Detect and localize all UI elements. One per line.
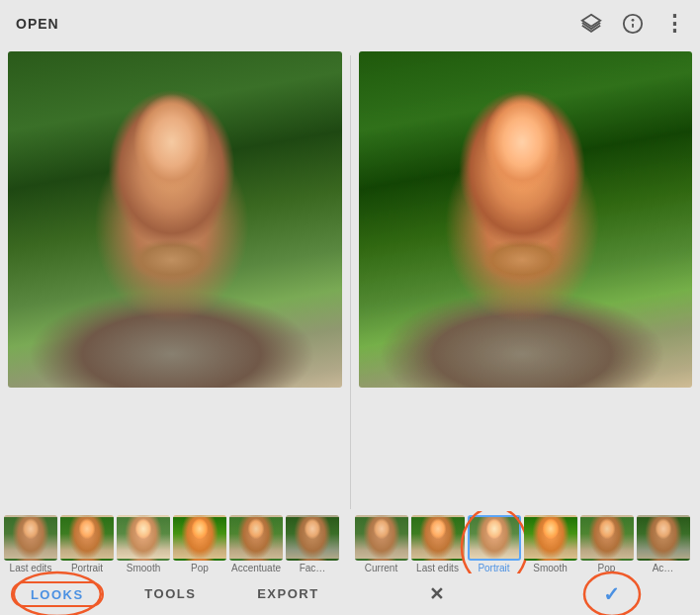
film-label-last-edits-left: Last edits xyxy=(10,563,52,573)
right-toolbar: ✕ ✓ xyxy=(351,573,701,615)
film-item-pop-right[interactable]: Pop xyxy=(580,515,634,573)
film-item-accentuate-left[interactable]: Accentuate xyxy=(229,515,283,573)
right-panel: Current Last edits Portrait xyxy=(351,47,701,615)
film-thumb-accentuate-left xyxy=(229,515,283,561)
film-thumb-portrait-right xyxy=(468,515,521,561)
film-label-smooth-right: Smooth xyxy=(533,563,567,573)
info-icon[interactable] xyxy=(622,13,644,35)
app-container: OPEN ⋮ xyxy=(0,0,700,615)
left-filmstrip: Last edits Portrait Smooth Pop xyxy=(0,511,350,573)
right-filmstrip: Current Last edits Portrait xyxy=(351,511,701,573)
film-item-lastedits-right[interactable]: Last edits xyxy=(411,515,465,573)
right-photo xyxy=(359,51,693,388)
film-thumb-smooth-left xyxy=(117,515,170,561)
export-button[interactable]: EXPORT xyxy=(245,580,330,607)
film-label-smooth-left: Smooth xyxy=(127,563,160,573)
film-thumb-last-edits-left xyxy=(4,515,57,561)
film-item-portrait-left[interactable]: Portrait xyxy=(60,515,114,573)
left-toolbar: LOOKS TOOLS EXPORT xyxy=(0,573,350,615)
film-thumb-smooth-right xyxy=(524,515,577,561)
cancel-button[interactable]: ✕ xyxy=(417,577,458,611)
svg-point-4 xyxy=(14,572,101,615)
content-row: Last edits Portrait Smooth Pop xyxy=(0,47,700,615)
looks-button-wrap: LOOKS xyxy=(19,585,96,603)
right-photo-area xyxy=(351,47,701,511)
film-item-portrait-right[interactable]: Portrait xyxy=(468,515,521,573)
film-label-face-left: Fac… xyxy=(300,563,326,573)
film-item-last-edits-left[interactable]: Last edits xyxy=(4,515,57,573)
film-label-portrait-right: Portrait xyxy=(478,563,509,573)
film-thumb-portrait-left xyxy=(60,515,114,561)
left-panel: Last edits Portrait Smooth Pop xyxy=(0,47,350,615)
left-photo-area xyxy=(0,47,350,511)
layers-icon[interactable] xyxy=(580,13,602,35)
film-item-face-left[interactable]: Fac… xyxy=(286,515,339,573)
film-item-ac-right[interactable]: Ac… xyxy=(637,515,690,573)
left-panel-bottom: Last edits Portrait Smooth Pop xyxy=(0,511,350,615)
left-photo xyxy=(8,51,342,388)
header: OPEN ⋮ xyxy=(0,0,700,47)
looks-circle-annotation xyxy=(3,577,112,611)
confirm-button[interactable]: ✓ xyxy=(591,576,634,612)
film-label-accentuate-left: Accentuate xyxy=(231,563,281,573)
film-item-pop-left[interactable]: Pop xyxy=(173,515,226,573)
film-thumb-current-right xyxy=(355,515,408,561)
looks-button[interactable]: LOOKS xyxy=(19,581,96,608)
film-item-smooth-left[interactable]: Smooth xyxy=(117,515,170,573)
more-icon[interactable]: ⋮ xyxy=(663,11,684,37)
tools-button[interactable]: TOOLS xyxy=(132,580,208,607)
film-thumb-lastedits-right xyxy=(411,515,465,561)
film-item-smooth-right[interactable]: Smooth xyxy=(524,515,577,573)
film-label-pop-left: Pop xyxy=(191,563,209,573)
film-thumb-face-left xyxy=(286,515,339,561)
film-label-pop-right: Pop xyxy=(598,563,616,573)
film-label-ac-right: Ac… xyxy=(653,563,674,573)
film-label-current-right: Current xyxy=(365,563,397,573)
film-label-portrait-left: Portrait xyxy=(71,563,103,573)
film-label-lastedits-right: Last edits xyxy=(416,563,459,573)
confirm-button-wrap: ✓ xyxy=(591,576,634,612)
left-toolbar-section: LOOKS TOOLS EXPORT xyxy=(0,580,350,607)
right-toolbar-section: ✕ ✓ xyxy=(351,576,701,612)
film-thumb-ac-right xyxy=(637,515,690,561)
film-thumb-pop-left xyxy=(173,515,226,561)
header-title: OPEN xyxy=(16,16,580,32)
header-icons: ⋮ xyxy=(580,11,684,37)
film-item-current-right[interactable]: Current xyxy=(355,515,408,573)
film-thumb-pop-right xyxy=(580,515,634,561)
right-panel-bottom: Current Last edits Portrait xyxy=(351,511,701,615)
